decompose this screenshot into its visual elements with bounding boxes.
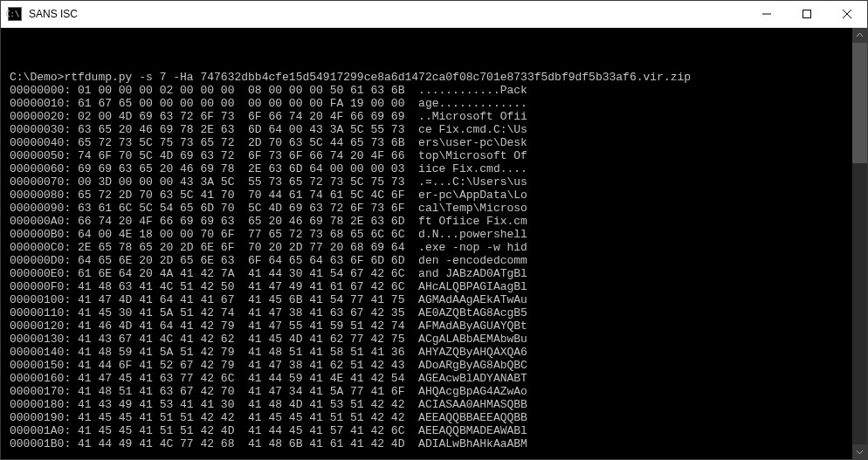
hex-dump-row: 00000070: 00 3D 00 00 00 43 3A 5C 55 73 … bbox=[10, 175, 858, 189]
hex-dump-row: 000000C0: 2E 65 78 65 20 2D 6E 6F 70 20 … bbox=[10, 241, 858, 254]
scroll-down-button[interactable] bbox=[852, 444, 867, 459]
scroll-thumb[interactable] bbox=[852, 43, 867, 163]
hex-dump-row: 00000080: 65 72 2D 70 63 5C 41 70 70 44 … bbox=[10, 189, 858, 202]
hex-dump-row: 00000150: 41 44 6F 41 52 67 42 79 41 47 … bbox=[10, 359, 858, 372]
hex-dump-row: 00000000: 01 00 00 00 02 00 00 00 08 00 … bbox=[10, 84, 858, 97]
hex-dump-row: 00000130: 41 43 67 41 4C 41 42 62 41 45 … bbox=[10, 333, 858, 346]
hex-dump-row: 000000E0: 61 6E 64 20 4A 41 42 7A 41 44 … bbox=[10, 267, 858, 280]
hex-dump-row: 000000A0: 66 74 20 4F 66 69 69 63 65 20 … bbox=[10, 215, 858, 228]
hex-dump-row: 000001B0: 41 44 49 41 4C 77 42 68 41 48 … bbox=[10, 437, 858, 450]
svg-rect-1 bbox=[803, 10, 811, 18]
hex-dump-row: 00000180: 41 43 49 41 53 41 41 30 41 48 … bbox=[10, 398, 858, 411]
titlebar[interactable]: C:\. SANS ISC bbox=[1, 1, 867, 28]
hex-dump-row: 000001A0: 41 45 45 41 51 51 42 4D 41 44 … bbox=[10, 424, 858, 437]
terminal-prompt-line: C:\Demo>rtfdump.py -s 7 -Ha 747632dbb4cf… bbox=[10, 71, 858, 84]
hex-dump-row: 000000B0: 64 00 4E 18 00 00 70 6F 77 65 … bbox=[10, 228, 858, 241]
terminal-blank-line bbox=[10, 58, 858, 71]
hex-dump-row: 00000010: 61 67 65 00 00 00 00 00 00 00 … bbox=[10, 97, 858, 110]
hex-dump-row: 00000020: 02 00 4D 69 63 72 6F 73 6F 66 … bbox=[10, 110, 858, 123]
scroll-up-button[interactable] bbox=[852, 28, 867, 43]
hex-dump-row: 000000D0: 64 65 6E 20 2D 65 6E 63 6F 64 … bbox=[10, 254, 858, 267]
hex-dump-row: 00000140: 41 48 59 41 5A 51 42 79 41 48 … bbox=[10, 346, 858, 359]
hex-dump-row: 00000040: 65 72 73 5C 75 73 65 72 2D 70 … bbox=[10, 136, 858, 149]
hex-dump-row: 00000050: 74 6F 70 5C 4D 69 63 72 6F 73 … bbox=[10, 149, 858, 162]
application-window: C:\. SANS ISC C:\Demo>rtfdump.py -s 7 -H… bbox=[0, 0, 868, 460]
close-button[interactable] bbox=[827, 1, 867, 27]
minimize-button[interactable] bbox=[747, 1, 787, 27]
window-title: SANS ISC bbox=[29, 8, 78, 20]
hex-dump-row: 00000090: 63 61 6C 5C 54 65 6D 70 5C 4D … bbox=[10, 202, 858, 215]
hex-dump-row: 000000F0: 41 48 63 41 4C 51 42 50 41 47 … bbox=[10, 280, 858, 293]
hex-dump-row: 00000190: 41 45 45 41 51 51 42 42 41 45 … bbox=[10, 411, 858, 424]
maximize-button[interactable] bbox=[787, 1, 827, 27]
hex-dump-row: 00000120: 41 46 4D 41 64 41 42 79 41 47 … bbox=[10, 319, 858, 333]
hex-dump-row: 00000110: 41 45 30 41 5A 51 42 74 41 47 … bbox=[10, 306, 858, 319]
hex-dump-row: 00000100: 41 47 4D 41 64 41 41 67 41 45 … bbox=[10, 293, 858, 306]
scroll-track[interactable] bbox=[852, 43, 867, 444]
terminal-content: C:\Demo>rtfdump.py -s 7 -Ha 747632dbb4cf… bbox=[10, 58, 858, 450]
hex-dump-row: 00000170: 41 48 51 41 63 67 42 70 41 47 … bbox=[10, 385, 858, 398]
hex-dump-row: 00000060: 69 69 63 65 20 46 69 78 2E 63 … bbox=[10, 162, 858, 175]
hex-dump-row: 00000160: 41 47 45 41 63 77 42 6C 41 44 … bbox=[10, 372, 858, 385]
terminal[interactable]: C:\Demo>rtfdump.py -s 7 -Ha 747632dbb4cf… bbox=[1, 28, 867, 459]
scrollbar[interactable] bbox=[852, 28, 867, 459]
app-icon: C:\. bbox=[8, 7, 22, 21]
hex-dump-row: 00000030: 63 65 20 46 69 78 2E 63 6D 64 … bbox=[10, 123, 858, 136]
